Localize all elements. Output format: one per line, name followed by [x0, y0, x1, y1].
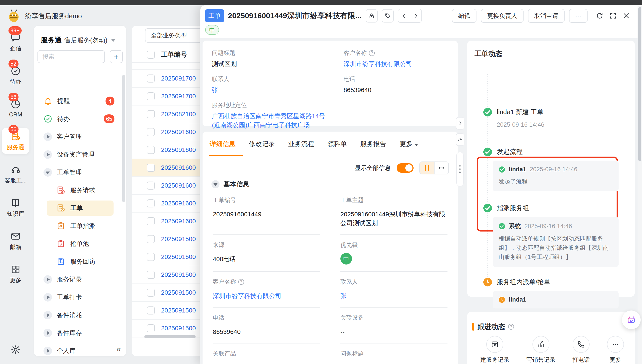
row-checkbox[interactable]: [147, 74, 155, 82]
field-value[interactable]: 张: [212, 86, 332, 94]
workorder-number-link[interactable]: 2025082100: [161, 111, 196, 118]
workorder-number-link[interactable]: 2025091500: [161, 253, 196, 260]
action-button-⋯[interactable]: ⋯: [569, 9, 588, 23]
followup-button-打电话[interactable]: 打电话: [572, 336, 590, 364]
sidebar-item-工单指派[interactable]: 工单指派: [34, 217, 126, 235]
workorder-number-link[interactable]: 2025091500: [161, 271, 196, 278]
sidebar-item-待办[interactable]: 待办65: [34, 110, 126, 128]
field-value[interactable]: 深圳市纷享科技有限公司: [344, 60, 449, 68]
lock-icon[interactable]: [366, 9, 378, 22]
rail-item-更多[interactable]: 更多: [2, 261, 30, 287]
followup-button-写销售记录[interactable]: 写销售记录: [526, 336, 556, 364]
workorder-number-link[interactable]: 2025091600: [161, 200, 196, 207]
expand-horizontal-icon[interactable]: [434, 162, 448, 174]
sidebar-item-备件库存[interactable]: 备件库存: [34, 324, 126, 342]
sidebar-item-服务资源[interactable]: 服务资源: [34, 360, 126, 364]
field-value[interactable]: 广西壮族自治区南宁市青秀区星湖路14号(近南湖公园)广西南宁电子科技广场: [212, 112, 332, 130]
sidebar-item-服务回访[interactable]: 服务回访: [34, 253, 126, 270]
rail-item-企信[interactable]: 99+企信: [2, 29, 30, 55]
window-scrollbar-thumb[interactable]: [638, 7, 641, 161]
workorder-number-link[interactable]: 2025091600: [161, 128, 196, 136]
nav-app-switcher[interactable]: 服务通 售后服务(勿动): [34, 26, 126, 45]
row-checkbox[interactable]: [147, 288, 155, 297]
tag-icon[interactable]: [382, 9, 394, 22]
row-checkbox[interactable]: [147, 164, 155, 172]
workorder-number-link[interactable]: 2025091500: [161, 236, 196, 243]
settings-gear-icon[interactable]: [10, 344, 21, 355]
pin-icon[interactable]: [456, 134, 464, 146]
sidebar-item-抢单池[interactable]: 抢单池: [34, 235, 126, 253]
panel-drag-handle[interactable]: [456, 152, 464, 186]
rail-item-CRM[interactable]: 56CRM: [2, 96, 30, 121]
row-checkbox[interactable]: [147, 92, 155, 100]
fullscreen-icon[interactable]: [608, 12, 618, 20]
pause-layout-icon[interactable]: [420, 162, 434, 174]
rail-item-知识库[interactable]: 知识库: [2, 194, 30, 220]
workorder-number-link[interactable]: 2025091600: [161, 218, 196, 225]
rail-item-服务通[interactable]: 56服务通: [2, 128, 30, 154]
sidebar-item-服务记录[interactable]: 服务记录: [34, 270, 126, 288]
row-checkbox[interactable]: [147, 324, 155, 332]
sidebar-item-备件消耗[interactable]: 备件消耗: [34, 306, 126, 324]
row-checkbox[interactable]: [147, 253, 155, 261]
tab-更多[interactable]: 更多: [400, 140, 418, 156]
add-button[interactable]: +: [110, 50, 123, 63]
workorder-number-link[interactable]: 2025091700: [161, 75, 196, 82]
row-checkbox[interactable]: [147, 217, 155, 225]
rail-item-客服工...[interactable]: 客服工...: [2, 161, 30, 187]
tab-领料单[interactable]: 领料单: [328, 140, 347, 156]
record-icon: [486, 336, 503, 353]
followup-button-建服务记录[interactable]: 建服务记录: [480, 336, 509, 364]
sidebar-item-客户管理[interactable]: 客户管理: [34, 128, 126, 146]
sidebar-item-工单打卡[interactable]: 工单打卡: [34, 288, 126, 306]
workorder-number-link[interactable]: 2025091700: [161, 93, 196, 100]
row-checkbox[interactable]: [147, 200, 155, 208]
sidebar-item-工单[interactable]: 工单: [34, 199, 126, 217]
workorder-number-link[interactable]: 2025091600: [161, 164, 196, 171]
show-all-toggle[interactable]: [396, 163, 414, 173]
row-checkbox[interactable]: [147, 306, 155, 314]
action-button-取消申请[interactable]: 取消申请: [528, 9, 564, 23]
tab-label: 服务报告: [360, 140, 386, 148]
close-icon[interactable]: [622, 12, 631, 20]
sidebar-item-服务请求[interactable]: 服务请求: [34, 181, 126, 199]
sidebar-collapse-button[interactable]: «: [116, 344, 121, 354]
sidebar-item-个人库[interactable]: 个人库: [34, 342, 126, 360]
search-input[interactable]: [38, 50, 105, 63]
select-all-checkbox[interactable]: [147, 51, 155, 59]
rail-item-待办[interactable]: 52待办: [2, 62, 30, 88]
window-scrollbar[interactable]: [638, 5, 642, 364]
row-checkbox[interactable]: [147, 235, 155, 243]
sidebar-item-设备资产管理[interactable]: 设备资产管理: [34, 146, 126, 164]
nav-scrollbar[interactable]: [122, 75, 125, 202]
panel-collapse-chevron-icon[interactable]: [456, 117, 464, 130]
prev-record-button[interactable]: [398, 9, 410, 22]
assistant-robot-button[interactable]: [622, 310, 641, 329]
refresh-icon[interactable]: [595, 12, 604, 20]
tab-业务流程[interactable]: 业务流程: [288, 140, 314, 156]
field-value[interactable]: 张: [340, 292, 445, 300]
horizontal-scrollbar[interactable]: [144, 335, 196, 338]
workorder-number-link[interactable]: 2025091600: [161, 146, 196, 154]
sidebar-item-提醒[interactable]: 提醒4: [34, 92, 126, 110]
row-checkbox[interactable]: [147, 182, 155, 190]
tab-修改记录[interactable]: 修改记录: [249, 140, 275, 156]
tab-服务报告[interactable]: 服务报告: [360, 140, 386, 156]
next-record-button[interactable]: [410, 9, 422, 22]
rail-item-邮箱[interactable]: 邮箱: [2, 228, 30, 254]
row-checkbox[interactable]: [147, 128, 155, 136]
action-button-编辑[interactable]: 编辑: [452, 9, 476, 23]
row-checkbox[interactable]: [147, 271, 155, 279]
field-value[interactable]: 深圳市纷享科技有限公司: [213, 292, 318, 300]
row-checkbox[interactable]: [147, 146, 155, 154]
action-button-更换负责人[interactable]: 更换负责人: [481, 9, 524, 23]
section-header[interactable]: 基本信息: [212, 180, 250, 189]
followup-button-更多[interactable]: 更多: [607, 336, 624, 364]
tab-详细信息[interactable]: 详细信息: [210, 140, 236, 156]
workorder-number-link[interactable]: 2025091600: [161, 182, 196, 189]
sidebar-item-工单管理[interactable]: 工单管理: [34, 164, 126, 181]
row-checkbox[interactable]: [147, 110, 155, 118]
workorder-number-link[interactable]: 2025091500: [161, 307, 196, 314]
workorder-number-link[interactable]: 2025091500: [161, 289, 196, 296]
workorder-number-link[interactable]: 2025091500: [161, 325, 196, 332]
